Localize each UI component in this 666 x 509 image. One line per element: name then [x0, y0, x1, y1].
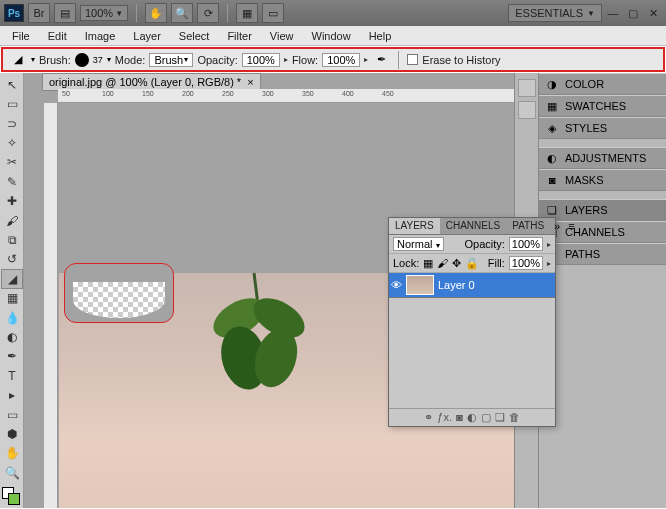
menu-window[interactable]: Window	[304, 28, 359, 44]
menu-file[interactable]: File	[4, 28, 38, 44]
visibility-icon[interactable]: 👁	[391, 279, 402, 291]
hand-tool-icon[interactable]: ✋	[1, 444, 23, 463]
swatches-icon: ▦	[545, 99, 559, 113]
heal-tool-icon[interactable]: ✚	[1, 191, 23, 210]
blur-tool-icon[interactable]: 💧	[1, 308, 23, 327]
fx-icon[interactable]: ƒx.	[437, 411, 452, 424]
bridge-icon[interactable]: Br	[28, 3, 50, 23]
menu-view[interactable]: View	[262, 28, 302, 44]
opacity-input[interactable]: 100%	[242, 53, 280, 67]
panel-menu-icon[interactable]: ≡	[564, 218, 578, 234]
layers-footer: ⚭ ƒx. ◙ ◐ ▢ ❏ 🗑	[389, 408, 555, 426]
layers-floating-panel[interactable]: LAYERS CHANNELS PATHS » ≡ Normal ▾ Opaci…	[388, 217, 556, 427]
menu-select[interactable]: Select	[171, 28, 218, 44]
marquee-tool-icon[interactable]: ▭	[1, 94, 23, 113]
mode-select[interactable]: Brush▾	[149, 53, 193, 67]
lock-paint-icon[interactable]: 🖌	[437, 257, 448, 269]
panel-swatches[interactable]: ▦SWATCHES	[539, 95, 666, 117]
zoom-icon[interactable]: 🔍	[171, 3, 193, 23]
airbrush-icon[interactable]: ✒	[372, 52, 390, 68]
brush-tool-icon[interactable]: 🖌	[1, 211, 23, 230]
screen-mode-icon[interactable]: ▤	[54, 3, 76, 23]
eraser-tool-icon[interactable]: ◢	[9, 52, 27, 68]
path-select-tool-icon[interactable]: ▸	[1, 386, 23, 405]
close-tab-icon[interactable]: ×	[247, 76, 253, 88]
mask-add-icon[interactable]: ◙	[456, 411, 463, 424]
menu-layer[interactable]: Layer	[125, 28, 169, 44]
menu-image[interactable]: Image	[77, 28, 124, 44]
panel-masks[interactable]: ◙MASKS	[539, 169, 666, 191]
link-icon[interactable]: ⚭	[424, 411, 433, 424]
wand-tool-icon[interactable]: ✧	[1, 133, 23, 152]
opacity-label: Opacity:	[465, 238, 505, 250]
styles-icon: ◈	[545, 121, 559, 135]
menu-filter[interactable]: Filter	[219, 28, 259, 44]
opacity-label: Opacity:	[197, 54, 237, 66]
leaf-image	[184, 263, 334, 413]
3d-tool-icon[interactable]: ⬢	[1, 424, 23, 443]
lock-trans-icon[interactable]: ▦	[423, 257, 433, 270]
new-layer-icon[interactable]: ❏	[495, 411, 505, 424]
blend-mode-select[interactable]: Normal ▾	[393, 237, 444, 251]
arrange-docs-icon[interactable]: ▦	[236, 3, 258, 23]
char-panel-icon[interactable]	[518, 79, 536, 97]
separator	[136, 4, 137, 22]
eraser-tool-icon[interactable]: ◢	[1, 269, 23, 288]
history-brush-tool-icon[interactable]: ↺	[1, 250, 23, 269]
panel-adjustments[interactable]: ◐ADJUSTMENTS	[539, 147, 666, 169]
group-icon[interactable]: ▢	[481, 411, 491, 424]
lasso-tool-icon[interactable]: ⊃	[1, 114, 23, 133]
screen-mode-sel-icon[interactable]: ▭	[262, 3, 284, 23]
layer-thumbnail[interactable]	[406, 275, 434, 295]
maximize-button[interactable]: ▢	[624, 5, 642, 21]
flow-input[interactable]: 100%	[322, 53, 360, 67]
fill-input[interactable]: 100%	[509, 256, 543, 270]
menu-help[interactable]: Help	[361, 28, 400, 44]
tab-paths[interactable]: PATHS	[506, 218, 550, 234]
eyedropper-tool-icon[interactable]: ✎	[1, 172, 23, 191]
separator	[227, 4, 228, 22]
para-panel-icon[interactable]	[518, 101, 536, 119]
shape-tool-icon[interactable]: ▭	[1, 405, 23, 424]
type-tool-icon[interactable]: T	[1, 366, 23, 385]
tab-layers[interactable]: LAYERS	[389, 218, 440, 234]
erase-history-label: Erase to History	[422, 54, 500, 66]
floating-tabs: LAYERS CHANNELS PATHS » ≡	[389, 218, 555, 235]
tab-channels[interactable]: CHANNELS	[440, 218, 506, 234]
zoom-value: 100%	[85, 7, 113, 19]
lock-all-icon[interactable]: 🔒	[465, 257, 479, 270]
trash-icon[interactable]: 🗑	[509, 411, 520, 424]
layer-opacity-input[interactable]: 100%	[509, 237, 543, 251]
pen-tool-icon[interactable]: ✒	[1, 347, 23, 366]
menu-edit[interactable]: Edit	[40, 28, 75, 44]
ruler-horizontal: 50100150200250300350400450	[58, 89, 514, 103]
brush-preview-icon[interactable]	[75, 53, 89, 67]
erase-history-checkbox[interactable]	[407, 54, 418, 65]
separator	[398, 51, 399, 69]
workspace-label: ESSENTIALS	[515, 7, 583, 19]
zoom-select[interactable]: 100%▼	[80, 5, 128, 21]
panel-paths[interactable]: ✎PATHS	[539, 243, 666, 265]
rotate-view-icon[interactable]: ⟳	[197, 3, 219, 23]
adjustment-add-icon[interactable]: ◐	[467, 411, 477, 424]
dodge-tool-icon[interactable]: ◐	[1, 327, 23, 346]
move-tool-icon[interactable]: ↖	[1, 75, 23, 94]
workspace-picker[interactable]: ESSENTIALS▼	[508, 4, 602, 22]
panel-collapse-icon[interactable]: »	[550, 218, 564, 234]
stamp-tool-icon[interactable]: ⧉	[1, 230, 23, 249]
lock-move-icon[interactable]: ✥	[452, 257, 461, 270]
flow-label: Flow:	[292, 54, 318, 66]
minimize-button[interactable]: —	[604, 5, 622, 21]
mode-label: Mode:	[115, 54, 146, 66]
zoom-tool-icon[interactable]: 🔍	[1, 463, 23, 482]
close-button[interactable]: ✕	[644, 5, 662, 21]
panel-styles[interactable]: ◈STYLES	[539, 117, 666, 139]
gradient-tool-icon[interactable]: ▦	[1, 289, 23, 308]
panel-color[interactable]: ◑COLOR	[539, 73, 666, 95]
layer-row[interactable]: 👁 Layer 0	[389, 273, 555, 298]
crop-tool-icon[interactable]: ✂	[1, 153, 23, 172]
color-swatches[interactable]	[0, 487, 22, 508]
hand-icon[interactable]: ✋	[145, 3, 167, 23]
right-panels: ◑COLOR ▦SWATCHES ◈STYLES ◐ADJUSTMENTS ◙M…	[538, 73, 666, 508]
options-bar: ◢▾ Brush: 37▾ Mode: Brush▾ Opacity: 100%…	[1, 47, 665, 72]
